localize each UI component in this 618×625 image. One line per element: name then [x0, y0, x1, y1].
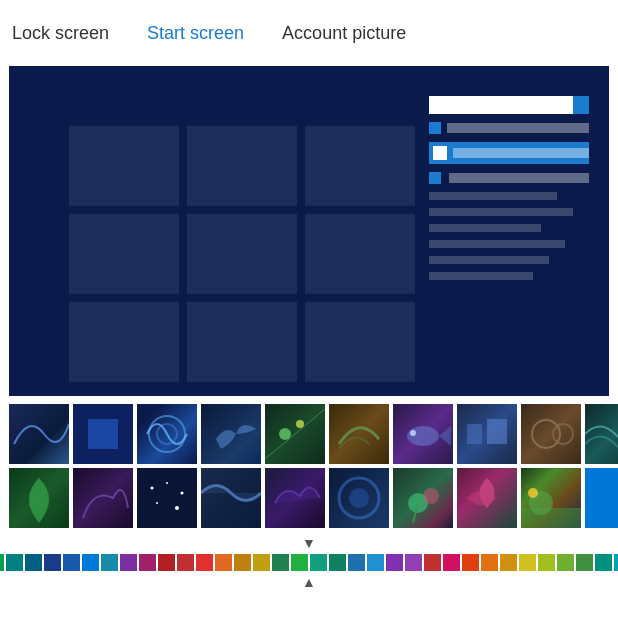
swatch-5[interactable] — [6, 554, 23, 571]
tile-9 — [305, 302, 415, 382]
swatch-30[interactable] — [481, 554, 498, 571]
thumb-1[interactable] — [9, 404, 69, 464]
swatch-10[interactable] — [101, 554, 118, 571]
svg-rect-8 — [467, 424, 482, 444]
swatch-34[interactable] — [557, 554, 574, 571]
color-section: ▼ ▲ — [9, 536, 609, 589]
tile-6 — [305, 214, 415, 294]
swatch-7[interactable] — [44, 554, 61, 571]
thumb-12[interactable] — [73, 468, 133, 528]
swatch-22[interactable] — [329, 554, 346, 571]
swatch-35[interactable] — [576, 554, 593, 571]
swatch-37[interactable] — [614, 554, 618, 571]
rp-line-2 — [447, 123, 589, 133]
swatch-11[interactable] — [120, 554, 137, 571]
svg-point-13 — [166, 482, 168, 484]
swatch-24[interactable] — [367, 554, 384, 571]
thumbnails-row-1 — [9, 404, 609, 464]
tile-1 — [69, 126, 179, 206]
swatch-17[interactable] — [234, 554, 251, 571]
thumb-14[interactable] — [201, 468, 261, 528]
swatch-23[interactable] — [348, 554, 365, 571]
rp-faint-4 — [429, 240, 565, 248]
rp-dot — [429, 172, 441, 184]
rp-blue-end-1 — [573, 96, 589, 114]
thumb-7[interactable] — [393, 404, 453, 464]
swatch-16[interactable] — [215, 554, 232, 571]
chevron-down-icon[interactable]: ▼ — [302, 536, 316, 550]
swatch-19[interactable] — [272, 554, 289, 571]
swatch-13[interactable] — [158, 554, 175, 571]
swatch-9[interactable] — [82, 554, 99, 571]
svg-point-16 — [175, 506, 179, 510]
swatch-27[interactable] — [424, 554, 441, 571]
thumb-20[interactable] — [585, 468, 618, 528]
thumbnails-section — [9, 404, 609, 528]
swatch-25[interactable] — [386, 554, 403, 571]
thumb-11[interactable] — [9, 468, 69, 528]
swatch-21[interactable] — [310, 554, 327, 571]
thumb-18[interactable] — [457, 468, 517, 528]
rp-faint-5 — [429, 256, 549, 264]
svg-point-6 — [407, 426, 439, 446]
rp-faint-2 — [429, 208, 573, 216]
thumb-3[interactable] — [137, 404, 197, 464]
thumb-9[interactable] — [521, 404, 581, 464]
rp-row-4 — [429, 172, 589, 184]
right-panel — [429, 96, 589, 280]
svg-point-20 — [423, 488, 439, 504]
rp-white-sq — [433, 146, 447, 160]
thumb-19[interactable] — [521, 468, 581, 528]
swatch-12[interactable] — [139, 554, 156, 571]
thumb-4[interactable] — [201, 404, 261, 464]
swatch-26[interactable] — [405, 554, 422, 571]
chevron-up-icon[interactable]: ▲ — [302, 575, 316, 589]
swatch-6[interactable] — [25, 554, 42, 571]
swatch-14[interactable] — [177, 554, 194, 571]
thumb-17[interactable] — [393, 468, 453, 528]
tab-bar: Lock screen Start screen Account picture — [0, 0, 618, 66]
svg-point-14 — [181, 492, 184, 495]
swatch-8[interactable] — [63, 554, 80, 571]
swatch-20[interactable] — [291, 554, 308, 571]
swatch-4[interactable] — [0, 554, 4, 571]
thumb-10[interactable] — [585, 404, 618, 464]
tab-account-picture[interactable]: Account picture — [278, 0, 410, 66]
svg-point-18 — [349, 488, 369, 508]
rp-blue-sq — [429, 122, 441, 134]
svg-rect-24 — [585, 468, 618, 528]
rp-line-4 — [449, 173, 589, 183]
svg-point-15 — [156, 502, 158, 504]
thumb-8[interactable] — [457, 404, 517, 464]
tile-8 — [187, 302, 297, 382]
tile-3 — [305, 126, 415, 206]
thumb-13[interactable] — [137, 468, 197, 528]
svg-rect-21 — [521, 508, 581, 528]
thumb-2[interactable] — [73, 404, 133, 464]
tab-start-screen[interactable]: Start screen — [143, 0, 248, 66]
swatch-15[interactable] — [196, 554, 213, 571]
swatch-31[interactable] — [500, 554, 517, 571]
svg-point-12 — [151, 487, 154, 490]
swatch-29[interactable] — [462, 554, 479, 571]
tile-2 — [187, 126, 297, 206]
tab-lock-screen[interactable]: Lock screen — [8, 0, 113, 66]
rp-wide-bar-1 — [429, 96, 573, 114]
tile-5 — [187, 214, 297, 294]
rp-faint-1 — [429, 192, 557, 200]
thumb-6[interactable] — [329, 404, 389, 464]
swatch-18[interactable] — [253, 554, 270, 571]
thumb-5[interactable] — [265, 404, 325, 464]
swatch-36[interactable] — [595, 554, 612, 571]
swatch-33[interactable] — [538, 554, 555, 571]
swatch-32[interactable] — [519, 554, 536, 571]
swatch-28[interactable] — [443, 554, 460, 571]
svg-rect-9 — [487, 419, 507, 444]
tile-7 — [69, 302, 179, 382]
start-screen-preview — [9, 66, 609, 396]
rp-top-bar — [429, 96, 589, 114]
thumb-16[interactable] — [329, 468, 389, 528]
svg-point-10 — [532, 420, 560, 448]
rp-selected-row — [429, 142, 589, 164]
thumb-15[interactable] — [265, 468, 325, 528]
